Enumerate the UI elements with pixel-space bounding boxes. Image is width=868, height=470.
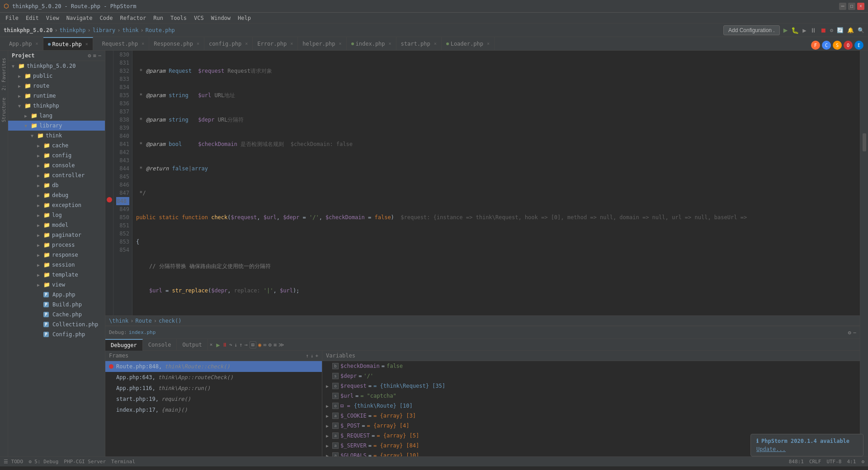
line-ending[interactable]: CRLF xyxy=(809,459,821,465)
variable-item-cookie[interactable]: ▶ a $_COOKIE = = {array} [3] xyxy=(322,411,860,421)
menu-vcs[interactable]: VCS xyxy=(190,13,208,24)
breadcrumb-check[interactable]: check() xyxy=(159,318,182,324)
debug-status-button[interactable]: ⚙ 5: Debug xyxy=(28,459,58,465)
step-out-icon[interactable]: ↑ xyxy=(239,342,242,348)
tab-output[interactable]: Output xyxy=(177,339,208,351)
breadcrumb-route[interactable]: Route xyxy=(136,318,152,324)
firefox-icon[interactable]: F xyxy=(811,41,820,50)
tree-item-runtime[interactable]: ▶ 📁 runtime xyxy=(8,91,105,101)
tree-item-cache[interactable]: ▶ 📁 cache xyxy=(8,141,105,150)
expand-arrow-icon[interactable]: ▶ xyxy=(326,433,330,438)
close-button[interactable]: × xyxy=(857,3,864,10)
step-into-icon[interactable]: ↓ xyxy=(234,342,237,348)
tab-close-icon[interactable]: × xyxy=(36,41,38,46)
menu-navigate[interactable]: Navigate xyxy=(63,13,96,24)
tab-console[interactable]: Console xyxy=(143,339,177,351)
menu-edit[interactable]: Edit xyxy=(22,13,42,24)
search-everywhere-icon[interactable]: 🔍 xyxy=(858,27,864,33)
tab-close-icon[interactable]: × xyxy=(389,41,392,46)
menu-run[interactable]: Run xyxy=(150,13,167,24)
tree-item-public[interactable]: ▶ 📁 public xyxy=(8,71,105,81)
settings-gear-icon[interactable]: ⚙ xyxy=(861,459,864,465)
minimize-button[interactable]: ─ xyxy=(839,3,846,10)
tab-helper-php[interactable]: helper.php × xyxy=(298,37,346,51)
memory-icon[interactable]: ∞ xyxy=(263,342,266,348)
tab-error-php[interactable]: Error.php × xyxy=(253,37,298,51)
frames-add-icon[interactable]: + xyxy=(315,353,318,359)
tree-item-db[interactable]: ▶ 📁 db xyxy=(8,180,105,190)
tab-close-icon[interactable]: × xyxy=(197,41,199,46)
tab-close-icon[interactable]: × xyxy=(487,41,490,46)
tree-item-model[interactable]: ▶ 📁 model xyxy=(8,220,105,230)
tree-item-config[interactable]: ▶ 📁 config xyxy=(8,150,105,160)
tree-item-process[interactable]: ▶ 📁 process xyxy=(8,240,105,250)
tab-close-icon[interactable]: × xyxy=(142,41,144,46)
stop-button[interactable]: ⏹ xyxy=(820,27,826,34)
close-tab-icon[interactable]: × xyxy=(210,342,213,348)
php-cgi-server-label[interactable]: PHP-CGI Server xyxy=(64,459,106,465)
pause-icon[interactable]: ⏸ xyxy=(222,342,227,348)
tree-item-exception[interactable]: ▶ 📁 exception xyxy=(8,200,105,210)
variable-item[interactable]: ▶ a $_POST = = {array} [4] xyxy=(322,421,860,431)
update-link[interactable]: Update... xyxy=(756,446,786,452)
tree-item-lang[interactable]: ▶ 📁 lang xyxy=(8,111,105,121)
tree-item-library[interactable]: ▼ 📁 library xyxy=(8,121,105,131)
resume-icon[interactable]: ▶ xyxy=(216,341,220,348)
tree-item-paginator[interactable]: ▶ 📁 paginator xyxy=(8,230,105,240)
encoding[interactable]: UTF-8 xyxy=(826,459,841,465)
menu-view[interactable]: View xyxy=(42,13,63,24)
tree-item-cache-php[interactable]: ▶ P Cache.php xyxy=(8,310,105,320)
more-icon[interactable]: ≫ xyxy=(278,342,284,348)
tab-loader-php[interactable]: Loader.php × xyxy=(442,37,495,51)
evaluate-icon[interactable]: ⊞ xyxy=(250,341,256,348)
frame-item[interactable]: Route.php:848, think\Route::check() xyxy=(105,361,322,372)
tree-item-template[interactable]: ▶ 📁 template xyxy=(8,270,105,280)
expand-arrow-icon[interactable]: ▶ xyxy=(326,453,330,457)
breadcrumb-route[interactable]: Route.php xyxy=(146,27,175,33)
frame-item[interactable]: App.php:116, think\App::run() xyxy=(105,383,322,394)
menu-file[interactable]: File xyxy=(2,13,22,24)
chrome-icon[interactable]: C xyxy=(822,41,831,50)
breadcrumb-library[interactable]: library xyxy=(93,27,116,33)
menu-tools[interactable]: Tools xyxy=(167,13,190,24)
tab-debugger[interactable]: Debugger xyxy=(105,339,143,351)
tree-item-session[interactable]: ▶ 📁 session xyxy=(8,260,105,270)
opera-icon[interactable]: O xyxy=(844,41,853,50)
frames-down-icon[interactable]: ↓ xyxy=(311,353,314,359)
tree-item-debug[interactable]: ▶ 📁 debug xyxy=(8,190,105,200)
sidebar-minimize-icon[interactable]: − xyxy=(98,52,101,59)
tab-close-icon[interactable]: × xyxy=(434,41,437,46)
run-options[interactable]: ⏸ xyxy=(810,27,816,34)
todo-button[interactable]: ☰ TODO xyxy=(4,459,23,465)
frame-item[interactable]: index.php:17, {main}() xyxy=(105,404,322,415)
tab-response-php[interactable]: Response.php × xyxy=(149,37,204,51)
notification-icon[interactable]: 🔔 xyxy=(847,27,854,33)
tree-item-config-php[interactable]: ▶ P Config.php xyxy=(8,329,105,339)
tree-item-build-php[interactable]: ▶ P Build.php xyxy=(8,300,105,310)
menu-window[interactable]: Window xyxy=(208,13,234,24)
settings2-icon[interactable]: ⚙ xyxy=(268,342,271,348)
breadcrumb-project[interactable]: thinkphp_5.0.20 xyxy=(4,27,52,33)
tab-close-icon[interactable]: × xyxy=(245,41,248,46)
watch-icon[interactable]: ◉ xyxy=(258,342,261,348)
tree-item-thinkphp[interactable]: ▼ 📁 thinkphp xyxy=(8,101,105,111)
expand-arrow-icon[interactable]: ▶ xyxy=(326,414,330,418)
run-button[interactable]: ▶ xyxy=(783,26,788,34)
maximize-button[interactable]: □ xyxy=(848,3,855,10)
add-configuration-button[interactable]: Add Configuration . xyxy=(723,25,780,35)
tab-request-php[interactable]: Request.php × xyxy=(93,37,150,51)
tree-item-app-php[interactable]: ▶ P App.php xyxy=(8,290,105,300)
safari-icon[interactable]: S xyxy=(833,41,842,50)
tab-config-php[interactable]: config.php × xyxy=(204,37,253,51)
breadcrumb-think[interactable]: think xyxy=(122,27,138,33)
sidebar-settings-icon[interactable]: ⚙ xyxy=(88,52,91,59)
variable-item[interactable]: ▶ b $checkDomain = false xyxy=(322,361,860,371)
variable-item[interactable]: ▶ o ⊟ = {think\Route} [10] xyxy=(322,401,860,411)
vertical-scrollbar[interactable] xyxy=(863,52,866,456)
variable-item[interactable]: ▶ s $url = = "captcha" xyxy=(322,391,860,401)
tab-close-icon[interactable]: × xyxy=(339,41,342,46)
tree-item-controller[interactable]: ▶ 📁 controller xyxy=(8,170,105,180)
tab-close-icon[interactable]: × xyxy=(290,41,293,46)
tree-item-view[interactable]: ▶ 📁 view xyxy=(8,280,105,290)
breadcrumb-think[interactable]: \think xyxy=(109,318,128,324)
